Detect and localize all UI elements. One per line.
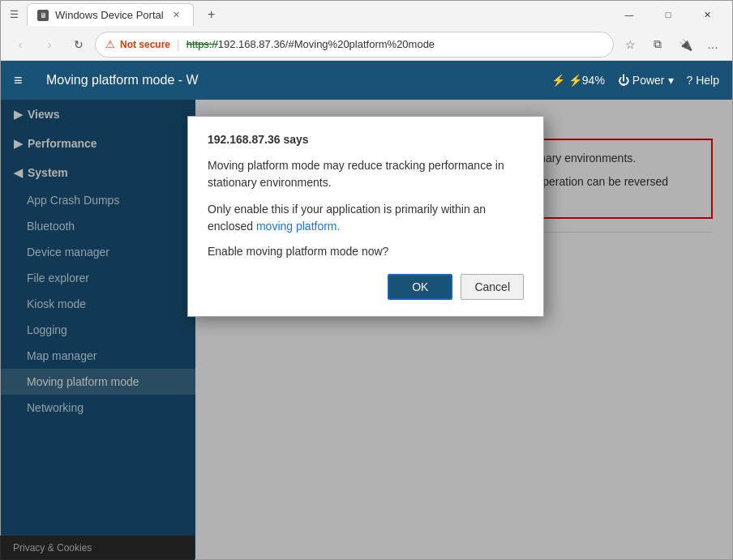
extensions-icon[interactable]: 🔌 bbox=[672, 32, 698, 58]
app-body: ▶ Views ▶ Performance ◀ System App Crash… bbox=[1, 100, 732, 559]
dialog-body-2-pre: Only enable this if your application is … bbox=[208, 203, 486, 233]
title-bar: ☰ 🖥 Windows Device Portal ✕ + — □ ✕ bbox=[1, 1, 732, 28]
help-label: ? Help bbox=[687, 74, 719, 87]
menu-icon[interactable]: … bbox=[700, 32, 726, 58]
nav-bar: ‹ › ↻ ⚠ Not secure | https://192.168.87.… bbox=[1, 28, 732, 61]
power-label: Power bbox=[632, 74, 665, 87]
browser-tab[interactable]: 🖥 Windows Device Portal ✕ bbox=[27, 3, 194, 26]
battery-icon: ⚡ bbox=[551, 74, 565, 87]
hamburger-icon[interactable]: ≡ bbox=[14, 72, 33, 89]
address-bar[interactable]: ⚠ Not secure | https://192.168.87.36/#Mo… bbox=[95, 32, 614, 58]
browser-frame: ☰ 🖥 Windows Device Portal ✕ + — □ ✕ ‹ › … bbox=[0, 0, 733, 560]
dialog-body-2-link[interactable]: moving platform. bbox=[256, 220, 340, 233]
url-display: https://192.168.87.36/#Moving%20platform… bbox=[186, 38, 603, 50]
toolbar-icons: ☆ ⧉ 🔌 … bbox=[617, 32, 726, 58]
battery-indicator: ⚡ ⚡94% bbox=[551, 74, 605, 87]
url-secure-part: https:// bbox=[186, 38, 218, 50]
dialog-overlay: 192.168.87.36 says Moving platform mode … bbox=[1, 100, 732, 559]
tab-title: Windows Device Portal bbox=[55, 9, 164, 21]
help-button[interactable]: ? Help bbox=[687, 74, 719, 87]
tab-close-button[interactable]: ✕ bbox=[170, 9, 183, 22]
dialog-body-2: Only enable this if your application is … bbox=[208, 201, 524, 235]
battery-label: ⚡94% bbox=[568, 74, 605, 87]
dialog-body-1: Moving platform mode may reduce tracking… bbox=[208, 157, 524, 191]
dialog: 192.168.87.36 says Moving platform mode … bbox=[187, 116, 544, 317]
maximize-button[interactable]: □ bbox=[649, 1, 687, 28]
forward-button[interactable]: › bbox=[36, 32, 62, 58]
cancel-button[interactable]: Cancel bbox=[461, 274, 524, 300]
tab-favicon: 🖥 bbox=[37, 10, 49, 21]
window-controls: — □ ✕ bbox=[611, 1, 726, 28]
favorites-icon[interactable]: ☆ bbox=[617, 32, 643, 58]
power-icon: ⏻ bbox=[618, 74, 629, 87]
dialog-buttons: OK Cancel bbox=[208, 274, 524, 300]
not-secure-label: Not secure bbox=[120, 39, 170, 50]
app-content: ≡ Moving platform mode - W ⚡ ⚡94% ⏻ Powe… bbox=[1, 61, 732, 559]
refresh-button[interactable]: ↻ bbox=[66, 32, 92, 58]
sidebar-toggle-icon[interactable]: ☰ bbox=[7, 8, 20, 21]
header-right: ⚡ ⚡94% ⏻ Power ▾ ? Help bbox=[551, 74, 719, 87]
app-title: Moving platform mode - W bbox=[46, 73, 538, 88]
dialog-question: Enable moving platform mode now? bbox=[208, 245, 524, 258]
app-header: ≡ Moving platform mode - W ⚡ ⚡94% ⏻ Powe… bbox=[1, 61, 732, 100]
power-chevron-icon: ▾ bbox=[668, 74, 674, 87]
collections-icon[interactable]: ⧉ bbox=[645, 32, 671, 58]
new-tab-button[interactable]: + bbox=[200, 3, 223, 26]
separator: | bbox=[177, 38, 180, 51]
dialog-title: 192.168.87.36 says bbox=[208, 133, 524, 146]
back-button[interactable]: ‹ bbox=[7, 32, 33, 58]
warning-icon: ⚠ bbox=[105, 38, 115, 50]
close-button[interactable]: ✕ bbox=[688, 1, 726, 28]
power-button[interactable]: ⏻ Power ▾ bbox=[618, 74, 674, 87]
url-rest: 192.168.87.36/#Moving%20platform%20mode bbox=[218, 38, 435, 50]
ok-button[interactable]: OK bbox=[388, 274, 452, 300]
minimize-button[interactable]: — bbox=[611, 1, 648, 28]
